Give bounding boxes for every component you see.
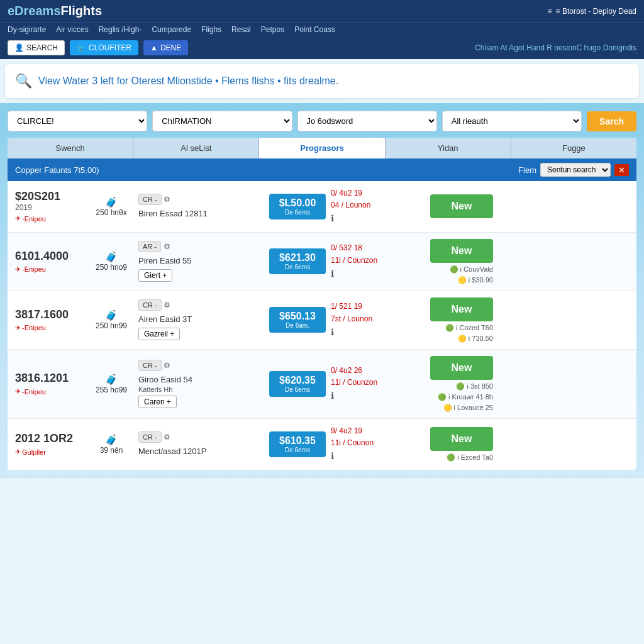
new-button[interactable]: New [430,297,493,321]
col-price: 3817.1600 ✈ -Enipeu [15,308,84,332]
add-button[interactable]: Giert + [138,269,172,282]
nav-item-1[interactable]: Air vicces [56,25,88,34]
filter-search-button[interactable]: Sarch [587,111,636,131]
col-price: 6101.4000 ✈ -Enipeu [15,250,84,274]
search-icon: 🔍 [15,73,32,89]
coupon-line: 🟢 i Ezced Ta0 [447,453,493,462]
nav-item-3[interactable]: Cumparede [152,25,191,34]
suitcase-icon: 🧳 [105,374,118,386]
add-button[interactable]: Gazreil + [138,328,180,340]
new-button[interactable]: New [430,356,493,380]
flight-name: Piren Easid 55 [138,256,264,265]
fare-box: $621.30 De 6ems [269,248,326,274]
filter-dropdown-1[interactable]: CLIRCLE! [8,111,147,131]
tab-swench[interactable]: Swench [8,138,133,158]
hours-text: 255 ho99 [96,386,127,394]
col-hours: 🧳 250 hno9 [89,251,133,272]
flight-code: CR - [138,299,162,311]
menu-icon: ≡ [548,7,552,16]
col-hours: 🧳 39 nén [89,434,133,455]
filter-label: Flem [518,165,536,175]
filter-dropdown-4[interactable]: All rieauth [442,111,582,131]
flight-row: $20S201 2019 ✈ -Enipeu 🧳 250 hnθx CR - ⚙… [8,181,636,233]
col-flight: CR - ⚙ Biren Essad 12811 [138,194,264,219]
col-flight: AR - ⚙ Piren Easid 55 Giert + [138,241,264,282]
col-flight: CR - ⚙ Menct/asad 1201P [138,431,264,457]
airline-logo: ✈ -Enipeu [15,214,84,223]
flight-code: CR - [138,431,162,443]
triangle-icon: ▲ [150,43,158,52]
fare-box: $620.35 De 6ems [269,371,326,397]
filter-dropdown-3[interactable]: Jo 6odsword [297,111,437,131]
fare-price: $L50.00 [275,197,319,209]
fare-price: $650.13 [275,311,319,322]
tab-yidan[interactable]: Yidan [386,138,511,158]
results-close-button[interactable]: ✕ [614,164,629,176]
results-filter-select[interactable]: Sentun search [540,163,611,177]
stops-line2: 11i / Counon [331,437,413,449]
flight-name: Airen Easid 3T [138,314,264,324]
fare-price: $620.35 [275,375,319,386]
nav-item-4[interactable]: Flighs [201,25,221,34]
fare-label: De 6ems [275,209,319,216]
add-button[interactable]: Caren + [138,396,177,408]
flight-name: Giroo Easid 54 [138,375,264,384]
col-fare: $650.13 De 6am. [269,307,326,333]
flight-row: 3816.1201 ✈ -Enipeu 🧳 255 ho99 CR - ⚙ Gi… [8,350,636,419]
filter-dropdown-2[interactable]: ChIRMATION [152,111,292,131]
airline-logo: ✈ -Enipeu [15,265,84,274]
tab-prograsors[interactable]: Prograsors [259,138,385,158]
flight-code-icon: ⚙ [164,195,170,204]
col-action: New [418,194,493,218]
nav-item-6[interactable]: Petpos [261,25,284,34]
col-flight: CR - ⚙ Airen Easid 3T Gazreil + [138,299,264,340]
action-buttons: 👤 SEARCH 🐦 CLOUFITER ▲ DENE [8,40,188,55]
dene-button[interactable]: ▲ DENE [143,40,188,55]
col-price: 2012 1OR2 ✈ Gulpller [15,432,84,456]
results-count: Copper Fatunts 7t5.00) [15,165,99,175]
fare-label: De 6ems [275,386,319,393]
nav-item-5[interactable]: Resal [231,25,251,34]
new-button[interactable]: New [430,194,493,218]
airline-logo: ✈ -Enipeu [15,324,84,332]
filter-row: CLIRCLE! ChIRMATION Jo 6odsword All riea… [8,111,636,131]
nav-item-0[interactable]: Dy-sigirarte [8,25,46,34]
flight-row: 6101.4000 ✈ -Enipeu 🧳 250 hno9 AR - ⚙ Pi… [8,233,636,291]
hours-text: 39 nén [100,446,123,455]
flight-name: Menct/asad 1201P [138,447,264,456]
cloudfiter-button[interactable]: 🐦 CLOUFITER [70,40,138,55]
search-banner-text: View Water 3 left for Oterest Mlionstide… [38,75,338,87]
suitcase-icon: 🧳 [105,251,118,263]
hours-text: 250 hnθx [96,208,126,217]
logo: eDreamsFlights [8,4,102,18]
price-main: $20S201 [15,190,84,203]
new-button[interactable]: New [430,239,493,263]
info-icon: ℹ [331,213,334,223]
coupon-line: 🟢 i Kroawr 41·8h [438,393,493,401]
col-hours: 🧳 250 hn99 [89,309,133,330]
tab-fugge[interactable]: Fugge [511,138,636,158]
flight-extra: Katterls Hh [138,386,264,393]
col-action: New 🟢 i Ezced Ta0 [418,427,493,462]
col-action: New 🟢 i CouvVald🟡 i $30.90 [418,239,493,284]
col-fare: $610.35 De 6ems [269,431,326,457]
coupon-line: 🟡 i 730.50 [458,335,493,343]
fare-box: $L50.00 De 6ems [269,194,326,219]
person-icon: 👤 [14,43,24,52]
flight-code-icon: ⚙ [164,242,170,251]
action-right-text: Chliam At Agot Hand R oesionC hugo Donig… [475,43,636,52]
info-icon: ℹ [331,269,334,279]
hours-text: 250 hn99 [96,321,127,330]
fare-price: $610.35 [275,435,319,447]
info-icon: ℹ [331,451,334,461]
tabs: Swench Al seList Prograsors Yidan Fugge [8,138,636,158]
stops-line1: 0/ 4u2 19 [331,187,413,199]
tab-alseList[interactable]: Al seList [133,138,259,158]
nav-item-7[interactable]: Point Coass [294,25,335,34]
flight-row: 2012 1OR2 ✈ Gulpller 🧳 39 nén CR - ⚙ Men… [8,419,636,470]
new-button[interactable]: New [430,427,493,451]
col-hours: 🧳 255 ho99 [89,374,133,394]
nav-item-2[interactable]: Reglis /High- [99,25,142,34]
action-bar: 👤 SEARCH 🐦 CLOUFITER ▲ DENE Chliam At Ag… [0,36,644,59]
search-button[interactable]: 👤 SEARCH [8,40,65,55]
